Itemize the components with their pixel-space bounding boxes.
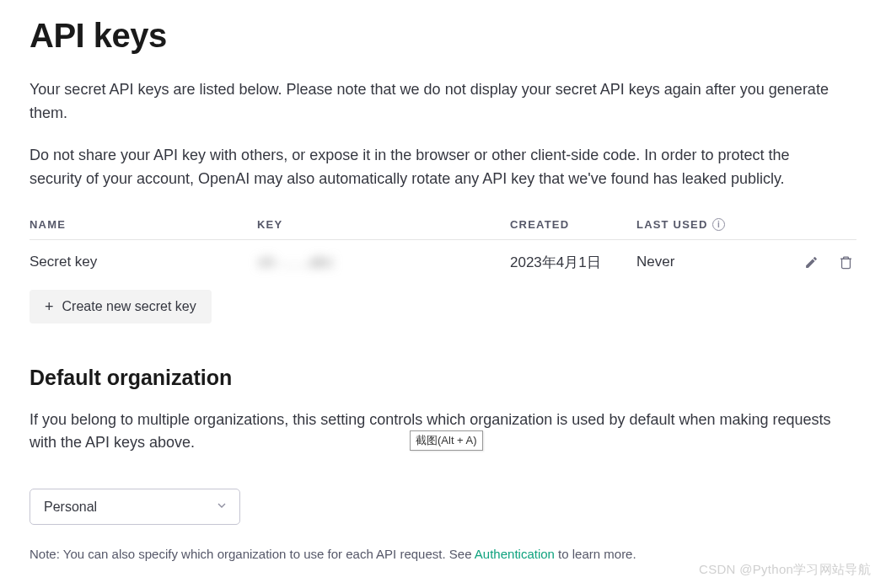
org-note: Note: You can also specify which organiz… [30,547,856,561]
authentication-link[interactable]: Authentication [475,547,555,561]
key-value-cell: sk-...abc [257,254,510,271]
col-header-created: CREATED [510,218,636,231]
key-name-cell: Secret key [30,254,257,270]
create-button-label: Create new secret key [62,299,196,314]
col-header-key: KEY [257,218,510,231]
trash-icon [839,255,853,270]
note-suffix: to learn more. [555,547,636,561]
key-masked: sk-...abc [257,254,335,270]
org-select-wrapper: Personal [30,489,240,525]
col-header-name: NAME [30,218,257,231]
pencil-icon [804,255,819,270]
plus-icon: + [45,299,54,314]
info-icon[interactable]: i [712,218,725,231]
key-created-cell: 2023年4月1日 [510,253,636,272]
table-header-row: NAME KEY CREATED LAST USED i [30,218,856,240]
organization-select[interactable]: Personal [30,489,240,525]
table-row: Secret key sk-...abc 2023年4月1日 Never [30,240,856,285]
edit-key-button[interactable] [801,252,822,273]
create-secret-key-button[interactable]: + Create new secret key [30,290,212,323]
col-header-lastused: LAST USED i [636,218,780,231]
default-org-title: Default organization [30,366,856,390]
col-header-lastused-label: LAST USED [636,218,707,231]
description-primary: Your secret API keys are listed below. P… [30,78,839,126]
watermark: CSDN @Python学习网站导航 [699,562,871,578]
key-lastused-cell: Never [636,254,780,270]
api-keys-table: NAME KEY CREATED LAST USED i Secret key … [30,218,856,323]
note-prefix: Note: You can also specify which organiz… [30,547,475,561]
delete-key-button[interactable] [835,252,856,273]
description-secondary: Do not share your API key with others, o… [30,144,839,191]
screenshot-tooltip: 截图(Alt + A) [410,430,483,451]
page-title: API keys [30,17,856,55]
